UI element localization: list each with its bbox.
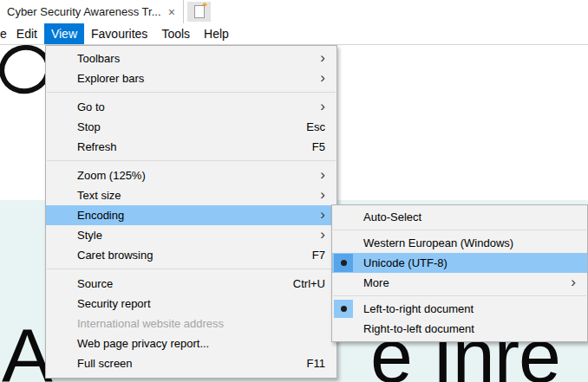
menu-separator (333, 230, 586, 230)
close-icon[interactable]: × (167, 6, 177, 18)
shortcut-label: Esc (306, 120, 325, 133)
menu-bar: e Edit View Favourites Tools Help (0, 23, 588, 45)
menu-item-caret-browsing[interactable]: Caret browsing F7 (46, 245, 336, 265)
menu-item-auto-select[interactable]: Auto-Select (332, 207, 587, 227)
menu-separator (47, 92, 336, 93)
menu-item-label: Right-to-left document (363, 322, 474, 335)
menu-item-text-size[interactable]: Text size › (46, 185, 336, 205)
menu-item-explorer-bars[interactable]: Explorer bars › (46, 68, 336, 88)
menu-item-label: Full screen (77, 357, 133, 370)
menu-item-refresh[interactable]: Refresh F5 (46, 137, 336, 157)
menu-item-international-website-address: International website address (46, 314, 336, 333)
menu-item-web-page-privacy-report[interactable]: Web page privacy report... (46, 333, 336, 353)
menu-item-label: Style (77, 229, 102, 242)
menu-item-label: Encoding (77, 209, 124, 222)
menu-item-toolbars[interactable]: Toolbars › (46, 49, 336, 68)
tab-bar: Cyber Security Awareness Tr... × ✦ (0, 0, 588, 23)
menu-item-style[interactable]: Style › (46, 225, 336, 245)
menu-item-full-screen[interactable]: Full screen F11 (46, 353, 336, 373)
menu-item-unicode-utf8[interactable]: Unicode (UTF-8) (332, 253, 587, 273)
menu-item-security-report[interactable]: Security report (46, 294, 336, 314)
menu-item-zoom[interactable]: Zoom (125%) › (46, 165, 336, 185)
menu-item-right-to-left-document[interactable]: Right-to-left document (332, 319, 587, 339)
menu-item-label: Zoom (125%) (77, 169, 146, 182)
menu-help[interactable]: Help (197, 23, 236, 44)
new-tab-page-icon: ✦ (194, 5, 205, 18)
view-dropdown-menu: Toolbars › Explorer bars › Go to › Stop … (45, 45, 337, 379)
menu-item-label: Left-to-right document (363, 302, 474, 315)
menu-file-clipped[interactable]: e (0, 23, 10, 44)
encoding-submenu: Auto-Select Western European (Windows) U… (331, 204, 588, 342)
shortcut-label: Ctrl+U (293, 277, 325, 290)
menu-item-label: Western European (Windows) (363, 236, 513, 249)
new-tab-button[interactable]: ✦ (187, 2, 211, 22)
shortcut-label: F11 (307, 357, 325, 370)
menu-tools[interactable]: Tools (154, 23, 197, 44)
star-icon: ✦ (201, 1, 208, 10)
shortcut-label: F7 (312, 249, 325, 262)
menu-separator (47, 269, 336, 269)
menu-view[interactable]: View (44, 23, 84, 44)
tab-title: Cyber Security Awareness Tr... (7, 5, 167, 18)
menu-item-source[interactable]: Source Ctrl+U (46, 274, 336, 294)
menu-item-label: Security report (77, 297, 151, 310)
menu-item-label: Stop (77, 120, 101, 133)
browser-tab[interactable]: Cyber Security Awareness Tr... × (0, 0, 184, 23)
menu-edit[interactable]: Edit (10, 23, 44, 44)
menu-item-more[interactable]: More › (332, 273, 587, 293)
menu-item-label: International website address (77, 317, 224, 330)
menu-item-encoding[interactable]: Encoding › (46, 205, 336, 225)
menu-separator (47, 160, 336, 161)
menu-item-label: Caret browsing (77, 249, 153, 262)
menu-item-label: More (363, 276, 389, 289)
menu-item-left-to-right-document[interactable]: Left-to-right document (332, 299, 587, 319)
radio-selected-icon (334, 254, 353, 272)
radio-selected-icon (334, 300, 353, 318)
menu-item-label: Refresh (77, 140, 117, 153)
menu-item-label: Explorer bars (77, 72, 144, 85)
menu-favourites[interactable]: Favourites (84, 23, 154, 44)
menu-item-label: Go to (77, 100, 105, 113)
menu-item-label: Auto-Select (363, 210, 421, 223)
menu-item-label: Source (77, 277, 113, 290)
menu-item-western-european[interactable]: Western European (Windows) (332, 233, 587, 253)
shortcut-label: F5 (312, 140, 325, 153)
menu-item-go-to[interactable]: Go to › (46, 97, 336, 117)
menu-item-label: Web page privacy report... (77, 337, 209, 350)
menu-item-stop[interactable]: Stop Esc (46, 117, 336, 137)
menu-item-label: Toolbars (77, 52, 120, 65)
menu-item-label: Text size (77, 189, 121, 202)
menu-item-label: Unicode (UTF-8) (363, 256, 448, 269)
menu-separator (333, 295, 586, 296)
